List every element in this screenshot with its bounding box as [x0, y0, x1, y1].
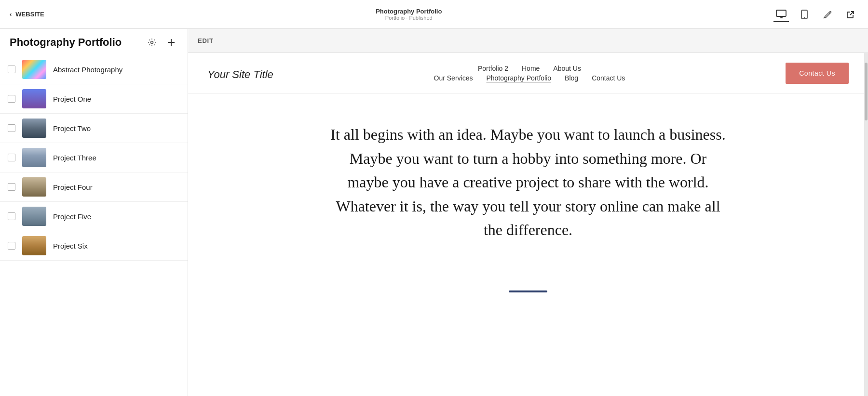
item-checkbox[interactable]	[8, 66, 15, 73]
site-status: Portfolio · Published	[385, 15, 433, 21]
item-thumbnail	[22, 177, 46, 197]
back-label: WEBSITE	[15, 11, 44, 18]
item-label: Project Five	[53, 212, 91, 221]
nav-row-2: Our Services Photography Portfolio Blog …	[434, 74, 625, 82]
contact-us-button[interactable]: Contact Us	[786, 63, 849, 84]
item-thumbnail	[22, 148, 46, 167]
add-item-icon[interactable]	[164, 36, 178, 49]
list-item[interactable]: Project One	[0, 84, 188, 114]
item-checkbox[interactable]	[8, 183, 15, 191]
nav-link-home[interactable]: Home	[522, 65, 540, 72]
open-external-icon[interactable]	[843, 7, 858, 22]
item-checkbox[interactable]	[8, 212, 15, 220]
nav-link-blog[interactable]: Blog	[565, 74, 578, 82]
list-item[interactable]: Abstract Photography	[0, 55, 188, 84]
desktop-view-icon[interactable]	[773, 7, 789, 22]
preview-bottom	[188, 281, 868, 302]
nav-link-services[interactable]: Our Services	[434, 74, 473, 82]
edit-label: EDIT	[198, 37, 214, 44]
preview-nav-links: Portfolio 2 Home About Us Our Services P…	[434, 65, 625, 82]
item-label: Project Two	[53, 124, 91, 132]
item-thumbnail	[22, 119, 46, 138]
website-preview: Your Site Title Portfolio 2 Home About U…	[188, 53, 868, 396]
edit-design-icon[interactable]	[820, 7, 835, 22]
list-item[interactable]: Project Six	[0, 231, 188, 261]
nav-row-1: Portfolio 2 Home About Us	[478, 65, 581, 72]
svg-rect-0	[776, 10, 786, 16]
svg-point-4	[804, 17, 805, 18]
scrollbar-thumb	[865, 63, 868, 120]
site-name: Photography Portfolio	[376, 8, 442, 15]
item-checkbox[interactable]	[8, 95, 15, 103]
sidebar-title-actions	[145, 36, 178, 49]
svg-point-7	[151, 41, 153, 44]
nav-link-photography-portfolio[interactable]: Photography Portfolio	[486, 74, 551, 82]
back-arrow-icon: ‹	[10, 11, 12, 18]
settings-icon[interactable]	[145, 36, 159, 49]
preview-scrollbar[interactable]	[864, 53, 868, 396]
nav-link-about[interactable]: About Us	[553, 65, 581, 72]
item-label: Project Three	[53, 154, 96, 162]
list-item[interactable]: Project Four	[0, 172, 188, 202]
item-label: Project One	[53, 95, 91, 103]
top-bar: ‹ WEBSITE Photography Portfolio Portfoli…	[0, 0, 868, 29]
preview-area: EDIT Your Site Title Portfolio 2 Home Ab…	[188, 29, 868, 396]
preview-body-text: It all begins with an idea. Maybe you wa…	[330, 123, 726, 242]
sidebar-title: Photography Portfolio	[10, 36, 122, 49]
edit-bar: EDIT	[188, 29, 868, 53]
list-item[interactable]: Project Two	[0, 114, 188, 143]
item-thumbnail	[22, 236, 46, 255]
sidebar-title-row: Photography Portfolio	[0, 29, 188, 53]
item-label: Project Six	[53, 242, 88, 250]
preview-site-title: Your Site Title	[207, 65, 273, 81]
item-checkbox[interactable]	[8, 242, 15, 250]
toolbar-actions	[773, 7, 858, 22]
item-label: Abstract Photography	[53, 66, 122, 74]
sidebar: Photography Portfolio	[0, 29, 188, 396]
nav-link-contact[interactable]: Contact Us	[592, 74, 625, 82]
preview-nav: Your Site Title Portfolio 2 Home About U…	[188, 53, 868, 94]
item-checkbox[interactable]	[8, 154, 15, 161]
scroll-indicator	[509, 290, 547, 292]
item-thumbnail	[22, 207, 46, 226]
list-item[interactable]: Project Three	[0, 143, 188, 172]
svg-line-6	[850, 12, 854, 15]
back-to-website[interactable]: ‹ WEBSITE	[10, 11, 44, 18]
item-checkbox[interactable]	[8, 124, 15, 132]
list-item[interactable]: Project Five	[0, 202, 188, 231]
item-thumbnail	[22, 60, 46, 79]
site-info: Photography Portfolio Portfolio · Publis…	[376, 8, 442, 21]
item-thumbnail	[22, 89, 46, 108]
nav-link-portfolio2[interactable]: Portfolio 2	[478, 65, 508, 72]
mobile-view-icon[interactable]	[797, 7, 812, 22]
main-layout: Photography Portfolio	[0, 29, 868, 396]
sidebar-list: Abstract Photography Project One Project…	[0, 53, 188, 263]
preview-content: It all begins with an idea. Maybe you wa…	[188, 94, 868, 281]
item-label: Project Four	[53, 183, 93, 191]
